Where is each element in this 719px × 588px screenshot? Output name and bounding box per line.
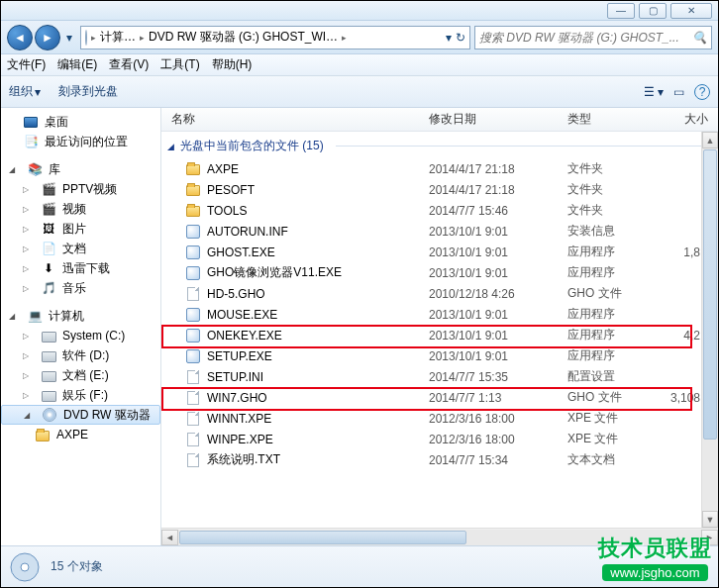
sidebar-item-drive-f[interactable]: 娱乐 (F:) xyxy=(1,385,160,405)
drive-icon xyxy=(41,367,56,383)
file-icon xyxy=(185,452,201,468)
sidebar-item-videos[interactable]: 🎬视频 xyxy=(1,199,160,219)
sidebar-item-label: PPTV视频 xyxy=(62,181,117,198)
libraries-icon: 📚 xyxy=(27,161,43,177)
file-date: 2012/3/16 18:00 xyxy=(429,412,567,426)
scroll-thumb[interactable] xyxy=(179,531,466,544)
scroll-track[interactable] xyxy=(702,148,718,511)
file-row[interactable]: AXPE2014/4/17 21:18文件夹 xyxy=(161,158,718,179)
file-name: 系统说明.TXT xyxy=(207,451,280,468)
sidebar-item-desktop[interactable]: 桌面 xyxy=(1,112,160,132)
sidebar-item-libraries[interactable]: 📚库 xyxy=(1,159,160,179)
dropdown-icon[interactable]: ▾ xyxy=(446,31,452,45)
back-button[interactable]: ◄ xyxy=(7,25,33,50)
address-bar[interactable]: ▸ 计算… ▸ DVD RW 驱动器 (G:) GHOST_WI… ▸ ▾ ↻ xyxy=(80,26,470,49)
file-row[interactable]: TOOLS2014/7/7 15:46文件夹 xyxy=(161,200,718,221)
column-header-date[interactable]: 修改日期 xyxy=(429,111,567,128)
file-icon xyxy=(185,286,201,302)
file-row[interactable]: SETUP.EXE2013/10/1 9:01应用程序 xyxy=(161,345,718,366)
vertical-scrollbar[interactable]: ▲ ▼ xyxy=(701,132,718,528)
column-header-size[interactable]: 大小 xyxy=(670,111,718,128)
folder-icon xyxy=(185,161,201,177)
sidebar-item-pictures[interactable]: 🖼图片 xyxy=(1,219,160,239)
forward-button[interactable]: ► xyxy=(35,25,60,50)
file-date: 2014/4/17 21:18 xyxy=(429,183,567,197)
file-icon xyxy=(185,432,201,447)
file-row[interactable]: AUTORUN.INF2013/10/1 9:01安装信息 xyxy=(161,221,718,242)
download-icon: ⬇ xyxy=(41,260,56,276)
search-box[interactable]: 🔍 xyxy=(474,26,712,49)
disc-icon xyxy=(85,31,87,45)
scroll-up-button[interactable]: ▲ xyxy=(702,132,718,148)
file-name: SETUP.EXE xyxy=(207,349,272,363)
file-row[interactable]: SETUP.INI2014/7/7 15:35配置设置 xyxy=(161,366,718,387)
sidebar-item-pptv[interactable]: 🎬PPTV视频 xyxy=(1,179,160,199)
file-icon xyxy=(185,411,201,427)
file-row[interactable]: WIN7.GHO2014/7/7 1:13GHO 文件3,108 xyxy=(161,387,718,408)
nav-history-dropdown[interactable]: ▾ xyxy=(62,25,76,50)
exe-icon xyxy=(185,224,201,240)
search-input[interactable] xyxy=(479,31,692,45)
sidebar-item-dvd[interactable]: DVD RW 驱动器 xyxy=(1,405,160,425)
sidebar-item-label: 软件 (D:) xyxy=(62,347,109,364)
desktop-icon xyxy=(23,114,39,130)
scroll-thumb[interactable] xyxy=(703,149,717,440)
sidebar-item-label: 库 xyxy=(49,161,60,178)
menu-view[interactable]: 查看(V) xyxy=(109,56,149,73)
disc-icon xyxy=(42,407,57,423)
menu-file[interactable]: 文件(F) xyxy=(7,56,46,73)
column-header-name[interactable]: 名称 xyxy=(171,111,429,128)
file-date: 2014/7/7 15:46 xyxy=(429,204,567,218)
file-row[interactable]: GHO镜像浏览器V11.EXE2013/10/1 9:01应用程序 xyxy=(161,262,718,283)
menu-edit[interactable]: 编辑(E) xyxy=(57,56,97,73)
file-row[interactable]: 系统说明.TXT2014/7/7 15:34文本文档 xyxy=(161,449,718,470)
disc-icon xyxy=(9,551,41,583)
file-row[interactable]: ONEKEY.EXE2013/10/1 9:01应用程序4,2 xyxy=(161,325,718,345)
file-name: WIN7.GHO xyxy=(207,391,267,405)
close-button[interactable]: ✕ xyxy=(670,3,712,19)
folder-icon xyxy=(185,182,201,198)
sidebar-item-music[interactable]: 🎵音乐 xyxy=(1,278,160,298)
menu-help[interactable]: 帮助(H) xyxy=(212,56,253,73)
file-row[interactable]: GHOST.EXE2013/10/1 9:01应用程序1,8 xyxy=(161,242,718,262)
file-row[interactable]: WINPE.XPE2012/3/16 18:00XPE 文件 xyxy=(161,429,718,449)
breadcrumb-drive[interactable]: DVD RW 驱动器 (G:) GHOST_WI… xyxy=(149,29,338,46)
file-row[interactable]: WINNT.XPE2012/3/16 18:00XPE 文件 xyxy=(161,408,718,429)
file-icon xyxy=(185,369,201,385)
file-row[interactable]: HD-5.GHO2010/12/18 4:26GHO 文件 xyxy=(161,283,718,304)
breadcrumb-computer[interactable]: 计算… xyxy=(100,29,136,46)
scroll-down-button[interactable]: ▼ xyxy=(702,511,718,528)
burn-button[interactable]: 刻录到光盘 xyxy=(58,83,118,100)
sidebar-item-axpe[interactable]: AXPE xyxy=(1,425,160,444)
preview-pane-button[interactable]: ▭ xyxy=(673,85,684,99)
view-mode-button[interactable]: ☰ ▾ xyxy=(644,85,664,99)
sidebar-item-documents[interactable]: 📄文档 xyxy=(1,239,160,258)
search-icon[interactable]: 🔍 xyxy=(692,31,707,45)
refresh-icon[interactable]: ↻ xyxy=(456,31,465,45)
organize-button[interactable]: 组织 ▾ xyxy=(9,83,41,100)
sidebar-item-label: AXPE xyxy=(56,428,88,441)
sidebar-item-drive-e[interactable]: 文档 (E:) xyxy=(1,365,160,385)
file-date: 2014/7/7 1:13 xyxy=(429,391,567,405)
scroll-left-button[interactable]: ◄ xyxy=(161,530,178,545)
sidebar-item-xunlei[interactable]: ⬇迅雷下载 xyxy=(1,258,160,278)
status-text: 15 个对象 xyxy=(51,558,103,575)
group-header[interactable]: ◢ 光盘中当前包含的文件 (15) xyxy=(161,132,718,158)
help-icon[interactable]: ? xyxy=(694,84,710,100)
column-header-type[interactable]: 类型 xyxy=(567,111,670,128)
file-date: 2010/12/18 4:26 xyxy=(429,287,567,301)
sidebar-item-label: 桌面 xyxy=(45,114,68,131)
file-row[interactable]: PESOFT2014/4/17 21:18文件夹 xyxy=(161,179,718,200)
file-date: 2013/10/1 9:01 xyxy=(429,245,567,259)
sidebar-item-recent[interactable]: 📑最近访问的位置 xyxy=(1,132,160,151)
file-name: HD-5.GHO xyxy=(207,287,265,301)
sidebar-item-drive-c[interactable]: System (C:) xyxy=(1,326,160,345)
sidebar-item-label: 视频 xyxy=(62,201,86,218)
file-row[interactable]: MOUSE.EXE2013/10/1 9:01应用程序 xyxy=(161,304,718,325)
svg-point-1 xyxy=(21,563,29,571)
sidebar-item-computer[interactable]: 💻计算机 xyxy=(1,306,160,326)
maximize-button[interactable]: ▢ xyxy=(639,3,667,19)
sidebar-item-drive-d[interactable]: 软件 (D:) xyxy=(1,345,160,365)
minimize-button[interactable]: — xyxy=(607,3,635,19)
menu-tools[interactable]: 工具(T) xyxy=(160,56,199,73)
